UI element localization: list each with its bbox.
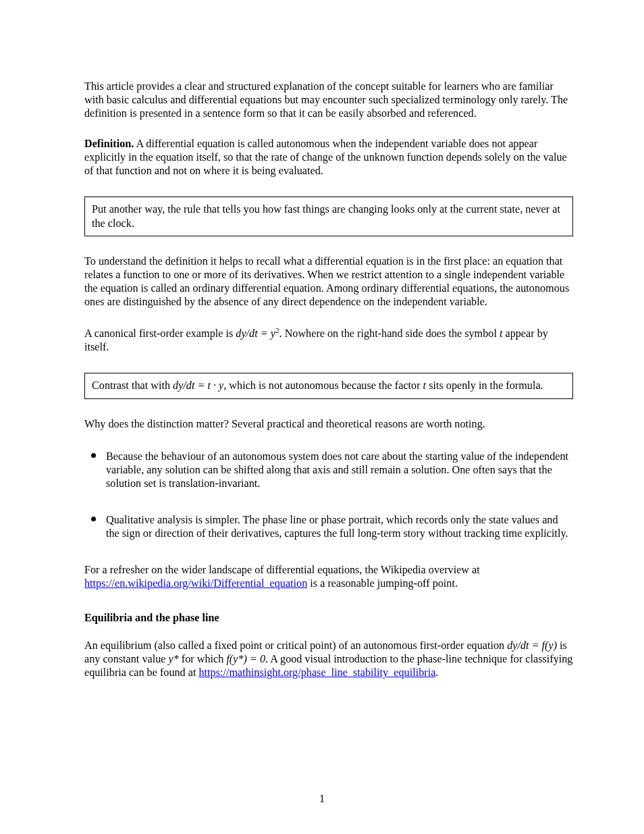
mathinsight-link[interactable]: https://mathinsight.org/phase_line_stabi…: [198, 667, 435, 679]
equilibria-eq3: f(y*) = 0: [226, 653, 265, 665]
definition-label: Definition.: [84, 138, 134, 150]
page-number: 1: [0, 792, 644, 806]
contrast-suffix: sits openly in the formula.: [426, 380, 543, 392]
contrast-equation: dy/dt = t · y: [173, 380, 223, 392]
callout-box-1-text: Put another way, the rule that tells you…: [92, 203, 560, 229]
intro-paragraph-2: To understand the definition it helps to…: [84, 255, 573, 309]
example-suffix: . Nowhere on the right-hand side does th…: [279, 328, 500, 340]
contrast-mid: , which is not autonomous because the fa…: [223, 380, 423, 392]
callout-box-2: Contrast that with dy/dt = t · y, which …: [84, 373, 573, 398]
wikipedia-link[interactable]: https://en.wikipedia.org/wiki/Differenti…: [84, 577, 307, 590]
example-paragraph: A canonical first-order example is dy/dt…: [84, 325, 573, 355]
equilibria-prefix: An equilibrium (also called a fixed poin…: [84, 640, 507, 652]
definition-body: A differential equation is called autono…: [84, 138, 567, 177]
reasons-list: Because the behaviour of an autonomous s…: [84, 450, 573, 540]
list-item: Qualitative analysis is simpler. The pha…: [106, 513, 573, 540]
refresher-suffix: is a reasonable jumping-off point.: [307, 577, 458, 590]
definition-paragraph: Definition. A differential equation is c…: [84, 137, 573, 178]
equilibria-mid2: for which: [179, 653, 227, 665]
intro-paragraph-1: This article provides a clear and struct…: [84, 80, 573, 120]
callout-box-1: Put another way, the rule that tells you…: [84, 197, 573, 236]
why-matters-paragraph: Why does the distinction matter? Several…: [84, 417, 573, 431]
equilibria-eq2: y*: [169, 653, 179, 665]
list-item: Because the behaviour of an autonomous s…: [106, 450, 573, 490]
equilibria-paragraph: An equilibrium (also called a fixed poin…: [84, 639, 573, 679]
example-equation: dy/dt = y2: [236, 328, 279, 340]
example-prefix: A canonical first-order example is: [84, 328, 236, 340]
refresher-prefix: For a refresher on the wider landscape o…: [84, 564, 480, 576]
contrast-prefix: Contrast that with: [92, 380, 173, 392]
section-heading-equilibria: Equilibria and the phase line: [84, 611, 573, 625]
equilibria-eq1: dy/dt = f(y): [507, 640, 557, 652]
equilibria-end: .: [435, 667, 438, 679]
refresher-paragraph: For a refresher on the wider landscape o…: [84, 563, 573, 590]
